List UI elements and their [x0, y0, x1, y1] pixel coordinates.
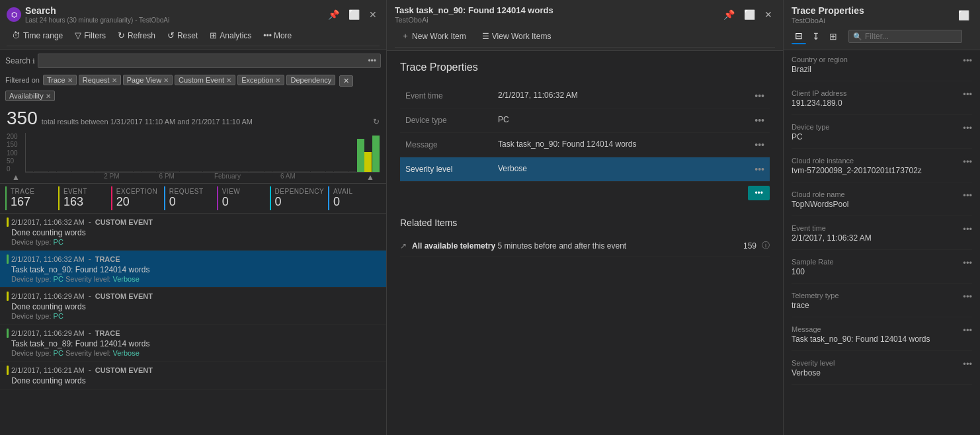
chart-bars	[25, 133, 380, 173]
trace-properties-title: Trace Properties	[400, 61, 770, 73]
maximize-icon[interactable]: ⬜	[346, 8, 362, 21]
related-item[interactable]: ↗ All available telemetry 5 minutes befo…	[400, 235, 770, 257]
reset-button[interactable]: ↺ Reset	[162, 28, 203, 43]
filters-button[interactable]: ▽ Filters	[69, 28, 111, 43]
bar-empty	[172, 171, 179, 172]
right-maximize-icon[interactable]: ⬜	[956, 9, 972, 22]
samplerate-dots[interactable]: •••	[963, 258, 972, 268]
message-right-dots[interactable]: •••	[963, 325, 972, 335]
bar-empty	[26, 171, 33, 172]
search-options-icon[interactable]: •••	[364, 54, 380, 67]
stat-request[interactable]: REQUEST 0	[164, 186, 217, 210]
stat-view[interactable]: VIEW 0	[217, 186, 270, 210]
severity-right-dots[interactable]: •••	[963, 359, 972, 369]
filter-tag-customevent[interactable]: Custom Event ✕	[175, 75, 235, 85]
filter-tag-trace[interactable]: Trace ✕	[43, 75, 77, 85]
prop-value-devicetype: PC •••	[493, 108, 770, 133]
middle-pin-icon[interactable]: 📌	[721, 8, 737, 21]
stat-event[interactable]: EVENT 163	[58, 186, 111, 210]
clock-icon: ⏱	[12, 30, 20, 40]
bar-empty	[41, 171, 48, 172]
bar-empty	[79, 171, 87, 172]
chart-right-arrow[interactable]: ▲	[366, 173, 374, 182]
stat-exception[interactable]: EXCEPTION 20	[111, 186, 164, 210]
analytics-button[interactable]: ⊞ Analytics	[204, 28, 257, 43]
filter-tag-availability[interactable]: Availability ✕	[5, 91, 55, 101]
filter-tag-pageview[interactable]: Page View ✕	[123, 75, 173, 85]
eventtime-right-dots[interactable]: •••	[963, 224, 972, 234]
event-item[interactable]: 2/1/2017, 11:06:32 AM - CUSTOM EVENT Don…	[0, 214, 386, 251]
event-dot-yellow	[7, 218, 9, 227]
stat-trace[interactable]: TRACE 167	[5, 186, 58, 210]
filter-tag-request[interactable]: Request ✕	[79, 75, 121, 85]
middle-close-icon[interactable]: ✕	[762, 8, 775, 21]
middle-title: Task task_no_90: Found 124014 words	[395, 5, 553, 15]
telemetrytype-dots[interactable]: •••	[963, 292, 972, 301]
devicetype-options[interactable]: •••	[755, 115, 764, 126]
filter-tags-row: Filtered on Trace ✕ Request ✕ Page View …	[0, 71, 386, 104]
refresh-button[interactable]: ↻ Refresh	[112, 28, 161, 43]
more-button[interactable]: ••• More	[258, 28, 297, 43]
stat-dependency[interactable]: DEPENDENCY 0	[270, 186, 328, 210]
refresh-icon: ↻	[118, 30, 125, 40]
event-item[interactable]: 2/1/2017, 11:06:29 AM - CUSTOM EVENT Don…	[0, 288, 386, 325]
stat-avail[interactable]: AVAIL 0	[328, 186, 381, 210]
cloudname-dots[interactable]: •••	[963, 190, 972, 200]
right-view-btn-2[interactable]: ↧	[809, 29, 823, 44]
right-prop-eventtime: Event time••• 2/1/2017, 11:06:32 AM	[792, 224, 972, 250]
left-panel: ⬡ Search Last 24 hours (30 minute granul…	[0, 0, 387, 435]
bar-empty	[280, 171, 287, 172]
event-item[interactable]: 2/1/2017, 11:06:21 AM - CUSTOM EVENT Don…	[0, 362, 386, 390]
search-input[interactable]	[38, 54, 364, 67]
remove-pageview-icon[interactable]: ✕	[163, 77, 169, 84]
bar-empty	[126, 171, 133, 172]
pin-icon[interactable]: 📌	[325, 8, 342, 21]
right-content: Country or region••• Brazil Client IP ad…	[784, 50, 980, 435]
severity-options[interactable]: •••	[755, 164, 764, 175]
plus-icon: ＋	[401, 30, 409, 42]
remove-all-icon[interactable]: ✕	[339, 75, 353, 87]
bar-empty	[187, 171, 194, 172]
event-dot-green	[7, 255, 9, 264]
right-filter-input[interactable]	[865, 32, 958, 41]
remove-request-icon[interactable]: ✕	[112, 77, 117, 84]
right-view-btn-1[interactable]: ⊟	[792, 28, 806, 44]
event-item-selected[interactable]: 2/1/2017, 11:06:32 AM - TRACE Task task_…	[0, 251, 386, 288]
middle-maximize-icon[interactable]: ⬜	[741, 8, 758, 21]
grid-icon: ⊞	[210, 30, 217, 40]
new-work-item-button[interactable]: ＋ New Work Item	[395, 28, 473, 44]
message-options[interactable]: •••	[755, 139, 764, 150]
time-range-button[interactable]: ⏱ Time range	[7, 28, 68, 43]
more-dots-button[interactable]: •••	[748, 186, 770, 200]
chart-left-arrow[interactable]: ▲	[12, 173, 20, 182]
bar-empty	[210, 171, 218, 172]
event-item[interactable]: 2/1/2017, 11:06:29 AM - TRACE Task task_…	[0, 325, 386, 362]
bar-empty	[334, 171, 341, 172]
bar-empty	[149, 171, 156, 172]
remove-trace-icon[interactable]: ✕	[67, 77, 73, 84]
clientip-dots[interactable]: •••	[963, 89, 972, 99]
related-info-icon[interactable]: ⓘ	[762, 240, 770, 251]
remove-customevent-icon[interactable]: ✕	[226, 77, 231, 84]
remove-avail-icon[interactable]: ✕	[46, 93, 51, 100]
left-panel-subtitle: Last 24 hours (30 minute granularity) - …	[25, 17, 169, 24]
view-work-items-button[interactable]: ☰ View Work Items	[475, 28, 558, 44]
remove-exception-icon[interactable]: ✕	[275, 77, 280, 84]
clientip-value: 191.234.189.0	[792, 99, 972, 108]
results-refresh-icon[interactable]: ↻	[373, 117, 380, 126]
search-input-wrap: •••	[38, 54, 381, 68]
filter-tag-exception[interactable]: Exception ✕	[237, 75, 284, 85]
right-view-btn-3[interactable]: ⊞	[826, 29, 840, 44]
bar-empty	[34, 171, 41, 172]
filtered-on-label: Filtered on	[5, 76, 40, 84]
devicetype-right-dots[interactable]: •••	[963, 123, 972, 133]
bar-empty	[142, 171, 149, 172]
close-icon[interactable]: ✕	[366, 8, 380, 21]
filter-tag-dependency[interactable]: Dependency	[286, 75, 335, 85]
eventtime-options[interactable]: •••	[755, 91, 764, 101]
samplerate-value: 100	[792, 267, 972, 276]
filter-search-icon: 🔍	[853, 32, 862, 41]
country-dots[interactable]: •••	[963, 56, 972, 65]
event-dot-green	[7, 329, 9, 338]
cloudinstance-dots[interactable]: •••	[963, 157, 972, 167]
